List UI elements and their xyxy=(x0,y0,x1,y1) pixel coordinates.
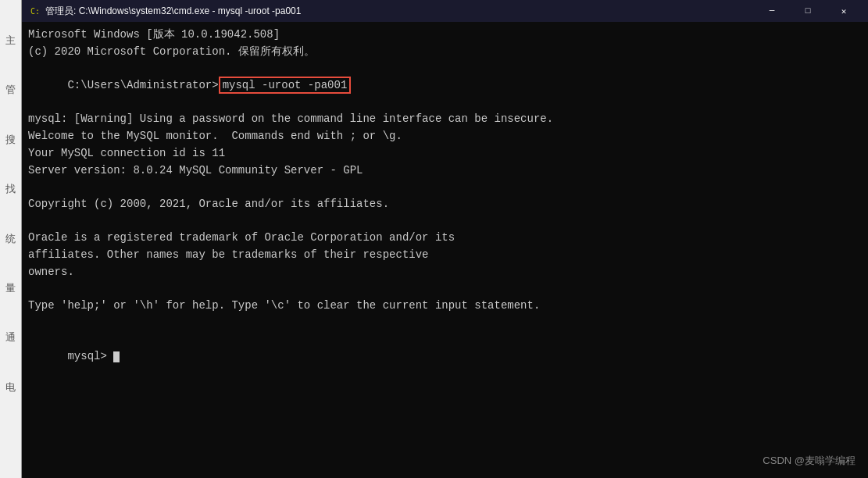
output-line-9: Copyright (c) 2000, 2021, Oracle and/or … xyxy=(28,196,862,213)
output-line-16 xyxy=(28,315,862,332)
output-line-2: (c) 2020 Microsoft Corporation. 保留所有权利。 xyxy=(28,44,862,61)
cmd-window: C:\ 管理员: C:\Windows\system32\cmd.exe - m… xyxy=(22,0,868,478)
svg-text:C:\: C:\ xyxy=(30,7,40,16)
sidebar-char-2: 管 xyxy=(5,80,16,98)
sidebar: 主 管 搜 找 统 量 通 电 xyxy=(0,0,22,478)
cmd-titlebar: C:\ 管理员: C:\Windows\system32\cmd.exe - m… xyxy=(22,0,868,22)
output-line-6: Your MySQL connection id is 11 xyxy=(28,145,862,162)
sidebar-char-8: 电 xyxy=(5,378,16,396)
output-line-3: C:\Users\Administrator>mysql -uroot -pa0… xyxy=(28,60,862,111)
cmd-title-text: 管理员: C:\Windows\system32\cmd.exe - mysql… xyxy=(45,5,754,18)
prompt-prefix: C:\Users\Administrator> xyxy=(67,79,218,91)
maximize-button[interactable]: □ xyxy=(790,0,826,22)
sidebar-char-1: 主 xyxy=(5,31,16,49)
output-line-12: affiliates. Other names may be trademark… xyxy=(28,247,862,264)
output-line-13: owners. xyxy=(28,264,862,281)
output-line-5: Welcome to the MySQL monitor. Commands e… xyxy=(28,128,862,145)
close-button[interactable]: ✕ xyxy=(826,0,862,22)
minimize-button[interactable]: ─ xyxy=(754,0,790,22)
sidebar-char-7: 通 xyxy=(5,328,16,346)
cmd-icon: C:\ xyxy=(28,5,41,17)
output-line-7: Server version: 8.0.24 MySQL Community S… xyxy=(28,162,862,180)
mysql-prompt: mysql> xyxy=(67,350,113,362)
output-line-15: Type 'help;' or '\h' for help. Type '\c'… xyxy=(28,298,862,315)
highlighted-command: mysql -uroot -pa001 xyxy=(219,77,352,94)
cmd-content: Microsoft Windows [版本 10.0.19042.508] (c… xyxy=(22,22,868,478)
output-line-14 xyxy=(28,280,862,298)
output-line-8 xyxy=(28,179,862,196)
output-line-10 xyxy=(28,213,862,230)
sidebar-char-6: 量 xyxy=(5,279,16,297)
output-line-11: Oracle is a registered trademark of Orac… xyxy=(28,230,862,247)
sidebar-char-3: 搜 xyxy=(5,130,16,148)
output-line-4: mysql: [Warning] Using a password on the… xyxy=(28,111,862,128)
output-line-17: mysql> xyxy=(28,331,862,382)
sidebar-char-4: 找 xyxy=(5,180,16,198)
watermark: CSDN @麦嗡学编程 xyxy=(763,453,855,469)
output-line-1: Microsoft Windows [版本 10.0.19042.508] xyxy=(28,27,862,44)
titlebar-buttons: ─ □ ✕ xyxy=(754,0,862,22)
cursor xyxy=(113,351,120,362)
sidebar-char-5: 统 xyxy=(5,230,16,248)
